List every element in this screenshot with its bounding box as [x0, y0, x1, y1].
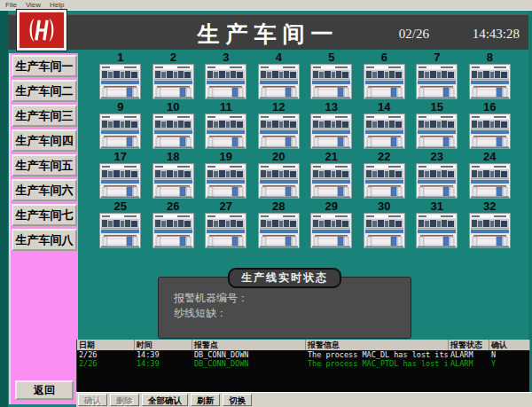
knitting-machine-icon — [416, 163, 458, 199]
alarm-table-row[interactable]: 2/26 14:39 DB_CONN_DOWN The process MAC_… — [77, 350, 529, 359]
machine-cell-5[interactable]: 5 — [305, 51, 358, 99]
machine-cell-11[interactable]: 11 — [200, 101, 253, 149]
machine-cell-24[interactable]: 24 — [464, 151, 517, 199]
machine-cell-13[interactable]: 13 — [305, 101, 358, 149]
machine-cell-1[interactable]: 1 — [94, 51, 147, 99]
knitting-machine-icon — [99, 64, 141, 99]
machine-cell-20[interactable]: 20 — [253, 151, 306, 199]
machine-cell-15[interactable]: 15 — [411, 101, 464, 149]
sidebar-item-workshop-1[interactable]: 生产车间一 — [12, 55, 77, 77]
sidebar-item-workshop-3[interactable]: 生产车间三 — [12, 105, 77, 127]
ack-button[interactable]: 确认 — [78, 394, 107, 406]
machine-number: 5 — [328, 51, 334, 64]
machine-grid: 1 — [94, 51, 516, 248]
machine-number: 12 — [272, 101, 285, 113]
machine-cell-22[interactable]: 22 — [358, 151, 411, 199]
machine-cell-30[interactable]: 30 — [358, 200, 411, 248]
cell-ack: N — [489, 350, 530, 359]
knitting-machine-icon — [310, 113, 352, 149]
col-date: 日期 — [77, 340, 135, 350]
cell-date: 2/26 — [77, 359, 135, 368]
machine-cell-4[interactable]: 4 — [253, 51, 306, 99]
machine-cell-29[interactable]: 29 — [305, 200, 358, 248]
machine-number: 9 — [117, 101, 123, 113]
ack-all-button[interactable]: 全部确认 — [142, 394, 188, 406]
machine-cell-25[interactable]: 25 — [94, 200, 147, 248]
sidebar-item-workshop-2[interactable]: 生产车间二 — [12, 80, 77, 102]
knitting-machine-icon — [416, 213, 458, 248]
machine-number: 3 — [223, 51, 229, 64]
machine-cell-19[interactable]: 19 — [200, 151, 253, 199]
machine-cell-6[interactable]: 6 — [358, 51, 411, 99]
machine-cell-16[interactable]: 16 — [464, 101, 517, 149]
alarm-machine-number-label: 报警机器编号： — [174, 291, 411, 306]
knitting-machine-icon — [364, 213, 405, 248]
header-bar: 生产车间一 02/26 14:43:28 — [8, 14, 528, 50]
machine-number: 32 — [483, 200, 496, 213]
machine-number: 4 — [276, 51, 282, 64]
machine-number: 22 — [378, 151, 390, 163]
sidebar-nav: 生产车间一生产车间二生产车间三生产车间四生产车间五生产车间六生产车间七生产车间八 — [11, 54, 78, 253]
sidebar-item-workshop-8[interactable]: 生产车间八 — [12, 229, 77, 251]
alarm-table: 日期 时间 报警点 报警信息 报警状态 确认 2/26 14:39 DB_CON… — [76, 340, 529, 392]
machine-cell-23[interactable]: 23 — [411, 151, 464, 199]
machine-cell-32[interactable]: 32 — [464, 200, 517, 248]
refresh-button[interactable]: 刷新 — [191, 394, 220, 406]
knitting-machine-icon — [469, 64, 511, 99]
machine-cell-7[interactable]: 7 — [411, 51, 464, 99]
machine-number: 16 — [483, 101, 496, 113]
machine-cell-8[interactable]: 8 — [464, 51, 517, 99]
workshop-sidebar: 生产车间一生产车间二生产车间三生产车间四生产车间五生产车间六生产车间七生产车间八… — [9, 53, 78, 404]
machine-cell-17[interactable]: 17 — [94, 151, 147, 199]
machine-number: 6 — [381, 51, 387, 64]
machine-number: 31 — [431, 200, 443, 213]
sidebar-item-workshop-4[interactable]: 生产车间四 — [12, 129, 77, 152]
menu-file[interactable]: File — [5, 1, 17, 9]
alarm-table-header: 日期 时间 报警点 报警信息 报警状态 确认 — [77, 340, 529, 350]
machine-cell-9[interactable]: 9 — [94, 101, 147, 149]
machine-cell-31[interactable]: 31 — [411, 200, 464, 248]
alarm-table-row[interactable]: 2/26 14:39 DB_CONN_DOWN The process MAC_… — [77, 359, 529, 368]
knitting-machine-icon — [469, 163, 511, 199]
cell-time: 14:39 — [135, 350, 192, 359]
knitting-machine-icon — [153, 113, 194, 149]
machine-cell-28[interactable]: 28 — [253, 200, 306, 248]
machine-cell-18[interactable]: 18 — [147, 151, 200, 199]
delete-button[interactable]: 删除 — [110, 394, 139, 406]
machine-cell-14[interactable]: 14 — [358, 101, 411, 149]
sidebar-pink-panel — [11, 253, 78, 379]
cell-alarm-point: DB_CONN_DOWN — [192, 350, 306, 359]
cell-time: 14:39 — [135, 359, 192, 368]
realtime-status-panel: 生产线实时状态 报警机器编号： 纱线短缺： — [158, 277, 411, 339]
machine-number: 30 — [378, 200, 390, 213]
menu-help[interactable]: Help — [50, 1, 64, 9]
machine-number: 2 — [170, 51, 176, 64]
knitting-machine-icon — [205, 163, 246, 199]
machine-cell-10[interactable]: 10 — [147, 101, 200, 149]
switch-button[interactable]: 切换 — [223, 394, 252, 406]
machine-number: 8 — [487, 51, 493, 64]
knitting-machine-icon — [469, 213, 511, 248]
machine-cell-3[interactable]: 3 — [200, 51, 253, 99]
sidebar-item-workshop-5[interactable]: 生产车间五 — [12, 154, 77, 176]
col-ack: 确认 — [489, 340, 530, 350]
knitting-machine-icon — [153, 163, 194, 199]
knitting-machine-icon — [205, 64, 246, 99]
sidebar-item-workshop-6[interactable]: 生产车间六 — [12, 179, 77, 201]
knitting-machine-icon — [416, 113, 458, 149]
machine-cell-2[interactable]: 2 — [147, 51, 200, 99]
machine-cell-26[interactable]: 26 — [147, 200, 200, 248]
sidebar-item-workshop-7[interactable]: 生产车间七 — [12, 204, 77, 226]
machine-cell-27[interactable]: 27 — [200, 200, 253, 248]
menu-view[interactable]: View — [26, 1, 41, 9]
machine-cell-12[interactable]: 12 — [253, 101, 306, 149]
return-button[interactable]: 返回 — [15, 380, 74, 400]
cell-alarm-status: ALARM — [449, 359, 489, 368]
machine-cell-21[interactable]: 21 — [305, 151, 358, 199]
cell-alarm-status: ALARM — [449, 350, 489, 359]
knitting-machine-icon — [99, 163, 141, 199]
bottom-action-bar: 确认删除全部确认刷新切换 — [76, 392, 532, 407]
col-alarm-message: 报警信息 — [306, 340, 449, 350]
knitting-machine-icon — [310, 163, 352, 199]
col-time: 时间 — [135, 340, 192, 350]
